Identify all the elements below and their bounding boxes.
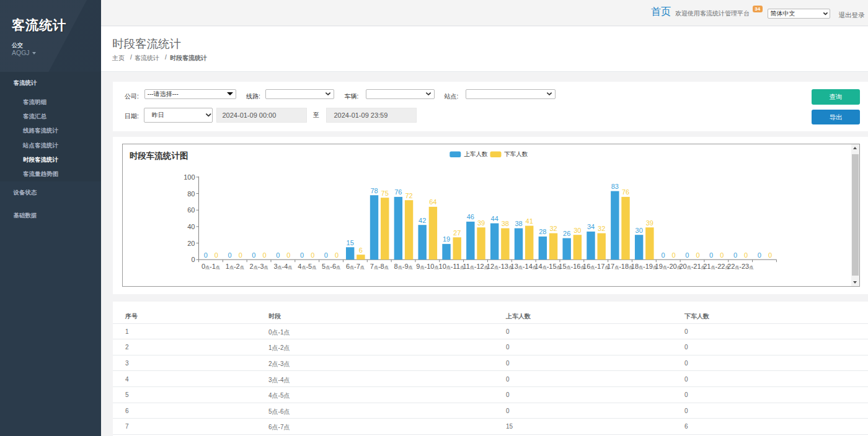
svg-text:76: 76 — [622, 188, 629, 196]
svg-text:15点-16点: 15点-16点 — [559, 263, 585, 270]
svg-text:38: 38 — [502, 220, 509, 227]
svg-text:0: 0 — [685, 251, 689, 259]
svg-text:2点-3点: 2点-3点 — [250, 263, 268, 270]
svg-text:41: 41 — [526, 217, 533, 225]
svg-text:上车人数: 上车人数 — [464, 150, 488, 157]
svg-text:20: 20 — [187, 240, 195, 247]
svg-text:19: 19 — [443, 235, 450, 243]
svg-text:18点-19点: 18点-19点 — [631, 263, 657, 270]
svg-text:6点-7点: 6点-7点 — [346, 263, 365, 270]
svg-text:4点-5点: 4点-5点 — [298, 263, 316, 270]
svg-text:0: 0 — [696, 251, 699, 259]
svg-text:60: 60 — [187, 206, 195, 214]
svg-text:0: 0 — [758, 251, 761, 259]
svg-text:26: 26 — [563, 230, 570, 237]
svg-text:30: 30 — [574, 227, 581, 234]
svg-text:100: 100 — [184, 173, 195, 181]
svg-text:30: 30 — [636, 227, 643, 234]
svg-text:下车人数: 下车人数 — [504, 150, 528, 157]
svg-text:72: 72 — [405, 192, 412, 199]
svg-text:39: 39 — [477, 219, 485, 227]
svg-text:34: 34 — [587, 223, 595, 230]
svg-text:28: 28 — [539, 228, 546, 235]
svg-text:32: 32 — [598, 225, 605, 232]
svg-text:1点-2点: 1点-2点 — [226, 263, 244, 270]
svg-text:75: 75 — [381, 190, 389, 197]
svg-text:44: 44 — [491, 215, 498, 222]
svg-text:38: 38 — [515, 220, 522, 227]
svg-text:10点-11点: 10点-11点 — [439, 263, 464, 270]
svg-text:78: 78 — [370, 187, 378, 194]
svg-text:0: 0 — [744, 251, 748, 259]
svg-text:8点-9点: 8点-9点 — [394, 263, 413, 270]
svg-text:12点-13点: 12点-13点 — [487, 263, 513, 270]
svg-text:42: 42 — [418, 217, 426, 224]
svg-text:20点-21点: 20点-21点 — [679, 263, 705, 270]
svg-text:15: 15 — [347, 239, 354, 246]
svg-text:76: 76 — [394, 188, 402, 196]
svg-text:21点-22点: 21点-22点 — [703, 263, 729, 270]
svg-text:0: 0 — [286, 251, 290, 259]
svg-text:0: 0 — [300, 251, 304, 259]
svg-text:80: 80 — [187, 190, 195, 198]
svg-text:0: 0 — [672, 251, 676, 259]
svg-text:83: 83 — [611, 183, 619, 190]
svg-text:0: 0 — [311, 251, 314, 259]
svg-text:5点-6点: 5点-6点 — [322, 263, 340, 270]
svg-text:0: 0 — [204, 251, 208, 259]
svg-text:时段车流统计图: 时段车流统计图 — [130, 151, 188, 160]
svg-text:64: 64 — [429, 198, 436, 206]
svg-text:39: 39 — [646, 219, 653, 227]
svg-text:19点-20点: 19点-20点 — [655, 263, 681, 270]
svg-text:0: 0 — [733, 251, 737, 259]
svg-text:3点-4点: 3点-4点 — [273, 263, 292, 270]
svg-text:17点-18点: 17点-18点 — [607, 263, 633, 270]
svg-text:46: 46 — [467, 213, 474, 220]
svg-text:0: 0 — [324, 251, 328, 259]
svg-text:0: 0 — [215, 251, 218, 259]
svg-text:0: 0 — [228, 251, 231, 259]
svg-text:0: 0 — [709, 251, 713, 259]
svg-text:13点-14点: 13点-14点 — [511, 263, 537, 270]
svg-text:0点-1点: 0点-1点 — [202, 263, 220, 270]
svg-text:40: 40 — [187, 223, 195, 230]
svg-text:0: 0 — [239, 251, 242, 259]
svg-text:0: 0 — [661, 251, 665, 259]
svg-text:0: 0 — [276, 251, 280, 259]
svg-text:14点-15点: 14点-15点 — [534, 263, 560, 270]
svg-text:27: 27 — [453, 229, 461, 237]
svg-text:11点-12点: 11点-12点 — [463, 263, 488, 270]
svg-text:22点-23点: 22点-23点 — [727, 263, 753, 270]
svg-text:0: 0 — [720, 251, 724, 259]
svg-text:0: 0 — [335, 251, 339, 259]
svg-text:32: 32 — [549, 225, 557, 232]
svg-text:9点-10点: 9点-10点 — [416, 263, 438, 270]
svg-text:16点-17点: 16点-17点 — [583, 263, 609, 270]
svg-text:7点-8点: 7点-8点 — [370, 263, 389, 270]
svg-text:0: 0 — [191, 256, 195, 263]
svg-text:6: 6 — [359, 246, 363, 254]
svg-text:0: 0 — [263, 251, 267, 259]
svg-text:0: 0 — [252, 251, 255, 259]
svg-text:0: 0 — [768, 251, 772, 259]
